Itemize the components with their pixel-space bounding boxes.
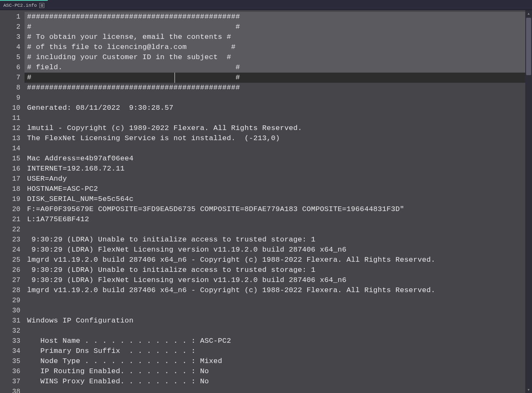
line-number: 4: [0, 42, 25, 52]
code-line[interactable]: ########################################…: [25, 12, 532, 22]
line-number: 15: [0, 154, 25, 164]
code-line[interactable]: Generated: 08/11/2022 9:30:28.57: [25, 103, 532, 113]
line-number: 25: [0, 255, 25, 265]
line-number: 32: [0, 326, 25, 336]
line-number: 30: [0, 306, 25, 316]
code-line[interactable]: IP Routing Enabled. . . . . . . . : No: [25, 366, 532, 377]
code-line[interactable]: lmutil - Copyright (c) 1989-2022 Flexera…: [25, 123, 532, 133]
line-number: 23: [0, 235, 25, 245]
line-number: 20: [0, 204, 25, 214]
line-number: 38: [0, 387, 25, 393]
line-number: 9: [0, 93, 25, 103]
editor[interactable]: 1234567891011121314151617181920212223242…: [0, 10, 532, 393]
code-line[interactable]: ########################################…: [25, 83, 532, 93]
line-number: 5: [0, 52, 25, 62]
code-line[interactable]: # field. #: [25, 62, 532, 73]
code-line[interactable]: [25, 326, 532, 336]
line-number: 8: [0, 83, 25, 93]
code-line[interactable]: # of this file to licencing@ldra.com #: [25, 42, 532, 52]
code-line[interactable]: lmgrd v11.19.2.0 build 287406 x64_n6 - C…: [25, 255, 532, 265]
code-line[interactable]: [25, 144, 532, 154]
text-caret: [175, 73, 175, 83]
code-line[interactable]: # including your Customer ID in the subj…: [25, 52, 532, 62]
line-number: 26: [0, 265, 25, 275]
code-line[interactable]: Windows IP Configuration: [25, 316, 532, 326]
code-line[interactable]: 9:30:29 (LDRA) Unable to initialize acce…: [25, 235, 532, 245]
line-number: 31: [0, 316, 25, 326]
close-icon[interactable]: ⊠: [39, 3, 44, 8]
line-number: 37: [0, 377, 25, 387]
line-number: 10: [0, 103, 25, 113]
tab-filename: ASC-PC2.info: [3, 3, 37, 8]
line-number: 28: [0, 285, 25, 295]
line-number: 11: [0, 113, 25, 123]
code-line[interactable]: Host Name . . . . . . . . . . . . : ASC-…: [25, 336, 532, 346]
code-line[interactable]: [25, 295, 532, 306]
line-number: 2: [0, 22, 25, 32]
line-number: 18: [0, 184, 25, 194]
code-line[interactable]: [25, 93, 532, 103]
code-line[interactable]: lmgrd v11.19.2.0 build 287406 x64_n6 - C…: [25, 285, 532, 295]
line-number: 13: [0, 133, 25, 144]
line-number: 24: [0, 245, 25, 255]
line-number: 12: [0, 123, 25, 133]
tab-bar: ASC-PC2.info ⊠: [0, 0, 532, 10]
line-number: 14: [0, 144, 25, 154]
code-line[interactable]: WINS Proxy Enabled. . . . . . . . : No: [25, 377, 532, 387]
line-number: 35: [0, 356, 25, 366]
code-line[interactable]: HOSTNAME=ASC-PC2: [25, 184, 532, 194]
code-line[interactable]: 9:30:29 (LDRA) Unable to initialize acce…: [25, 265, 532, 275]
line-number: 34: [0, 346, 25, 356]
line-number: 6: [0, 62, 25, 73]
code-line[interactable]: The FlexNet Licensing Service is not ins…: [25, 133, 532, 144]
code-line[interactable]: [25, 225, 532, 235]
code-line[interactable]: Primary Dns Suffix . . . . . . . :: [25, 346, 532, 356]
code-line[interactable]: # #: [25, 73, 532, 83]
line-number: 36: [0, 366, 25, 377]
line-number: 19: [0, 194, 25, 204]
code-area[interactable]: ########################################…: [25, 10, 532, 393]
line-number: 16: [0, 164, 25, 174]
code-line[interactable]: USER=Andy: [25, 174, 532, 184]
code-line[interactable]: INTERNET=192.168.72.11: [25, 164, 532, 174]
code-line[interactable]: L:1A775E6BF412: [25, 214, 532, 225]
line-number: 27: [0, 275, 25, 285]
line-number: 7: [0, 73, 25, 83]
code-line[interactable]: [25, 306, 532, 316]
code-line[interactable]: 9:30:29 (LDRA) FlexNet Licensing version…: [25, 275, 532, 285]
line-number: 21: [0, 214, 25, 225]
code-line[interactable]: Node Type . . . . . . . . . . . . : Mixe…: [25, 356, 532, 366]
line-number: 17: [0, 174, 25, 184]
code-line[interactable]: [25, 113, 532, 123]
code-line[interactable]: 9:30:29 (LDRA) FlexNet Licensing version…: [25, 245, 532, 255]
code-line[interactable]: Mac Address=e4b97af06ee4: [25, 154, 532, 164]
code-line[interactable]: [25, 387, 532, 391]
code-line[interactable]: # To obtain your license, email the cont…: [25, 32, 532, 42]
line-number: 3: [0, 32, 25, 42]
code-line[interactable]: DISK_SERIAL_NUM=5e5c564c: [25, 194, 532, 204]
line-number: 22: [0, 225, 25, 235]
line-number-gutter: 1234567891011121314151617181920212223242…: [0, 10, 25, 393]
code-line[interactable]: F:=A0F0F395679E COMPOSITE=3FD9EA5D6735 C…: [25, 204, 532, 214]
line-number: 33: [0, 336, 25, 346]
file-tab[interactable]: ASC-PC2.info ⊠: [0, 0, 48, 10]
code-line[interactable]: # #: [25, 22, 532, 32]
line-number: 29: [0, 295, 25, 306]
line-number: 1: [0, 12, 25, 22]
